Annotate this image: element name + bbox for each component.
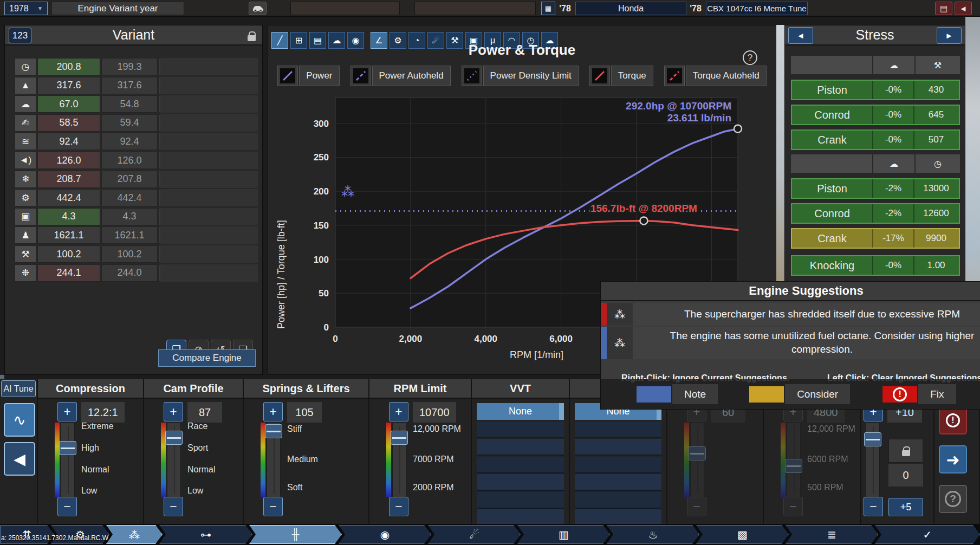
version-text: a: 250320.35141.7302.Manual.RC.W <box>1 534 108 542</box>
svg-text:200: 200 <box>314 186 329 197</box>
slider-track[interactable] <box>392 423 406 497</box>
empty-field-2[interactable] <box>414 2 536 15</box>
option-row[interactable] <box>575 492 661 509</box>
stat-alt-value: 59.4 <box>101 114 158 132</box>
report-button[interactable]: ▤ <box>935 2 952 15</box>
top-end-tab[interactable]: ╫ <box>249 525 342 544</box>
slider-track[interactable] <box>267 423 281 497</box>
stat-value: 58.5 <box>37 114 100 132</box>
vibration-icon: ≋ <box>15 133 36 150</box>
decrease-button[interactable]: − <box>783 497 803 516</box>
decrease-button[interactable]: − <box>57 497 77 516</box>
slider-handle[interactable] <box>785 459 802 473</box>
tuning-column-cam-profile: Cam Profile+87RaceSportNormalLow− <box>144 379 244 524</box>
stress-header-row: ☁◷ <box>791 154 960 173</box>
car-button[interactable] <box>249 2 267 15</box>
slider-handle[interactable] <box>689 446 706 460</box>
trim-name-field[interactable]: CBX 1047cc I6 Meme Tune <box>706 2 808 15</box>
slider-label: 2000 RPM <box>413 483 454 492</box>
warning-button[interactable]: ! <box>939 406 967 434</box>
designer-step-tabs: ⇈⚙⁂⊶╫◉☄▥♨▩≣✓ <box>0 524 980 545</box>
severity-bar <box>601 327 607 359</box>
back-button[interactable]: ◀ <box>4 442 35 476</box>
numeric-display-toggle[interactable]: 123 <box>9 28 31 43</box>
fuel-system-tab[interactable]: ☄ <box>428 525 521 544</box>
option-row[interactable] <box>575 421 661 438</box>
stat-value: 67.0 <box>37 95 100 113</box>
slider-track[interactable] <box>866 423 880 497</box>
prev-panel-button[interactable]: ◄ <box>788 27 813 44</box>
slider-handle[interactable] <box>265 424 282 438</box>
engine-suggestions-panel[interactable]: Engine Suggestions ⁂The supercharger has… <box>600 281 980 410</box>
slider-handle[interactable] <box>391 431 408 445</box>
tune-tab[interactable]: ⁂ <box>106 525 163 544</box>
compare-engine-button[interactable]: Compare Engine <box>158 349 256 367</box>
increase-button[interactable]: + <box>57 402 77 421</box>
option-selected[interactable]: None <box>477 403 564 420</box>
next-panel-button[interactable]: ► <box>937 27 962 44</box>
decrease-button[interactable]: − <box>263 497 283 516</box>
rpm-icon: ◷ <box>916 154 960 173</box>
svg-text:300: 300 <box>314 119 329 129</box>
fuel-economy-icon: ▣ <box>15 208 36 225</box>
slider-track[interactable] <box>61 423 75 497</box>
stat-value: 317.6 <box>37 77 100 94</box>
suggestion-item[interactable]: ⁂The engine has some unutilized fuel oct… <box>601 327 980 359</box>
increase-button[interactable]: + <box>263 402 283 421</box>
stat-value: 100.2 <box>37 245 100 263</box>
slider-track[interactable] <box>787 423 801 497</box>
stat-value: 200.8 <box>37 58 100 75</box>
stress-pct-value: -0% <box>872 131 913 149</box>
model-name-field[interactable]: Honda <box>575 2 686 15</box>
option-row[interactable] <box>575 439 661 456</box>
stat-alt-value: 126.0 <box>101 152 158 169</box>
decrease-button[interactable]: − <box>864 497 883 516</box>
option-row[interactable] <box>477 492 564 509</box>
increase-button[interactable]: + <box>164 402 183 421</box>
done-tab[interactable]: ✓ <box>875 525 980 544</box>
increase-button[interactable]: + <box>389 402 408 421</box>
stress-limit-value: 507 <box>913 131 958 149</box>
bottom-end-tab[interactable]: ⊶ <box>159 525 252 544</box>
strength-icon: ⚒ <box>916 56 960 74</box>
slider-track[interactable] <box>167 423 181 497</box>
unlock-button[interactable] <box>888 439 923 463</box>
stress-part-label: Conrod <box>792 204 872 223</box>
slider-handle[interactable] <box>59 441 76 455</box>
dyno-tab[interactable]: ≣ <box>786 525 878 544</box>
stress-row: Crank-0%507 <box>791 129 960 150</box>
slider-handle[interactable] <box>165 431 183 445</box>
engine-year-value: 1978 <box>9 4 29 14</box>
ai-tune-graph-button[interactable]: ∿ <box>4 403 35 437</box>
decrease-button[interactable]: − <box>687 497 706 516</box>
fuel-pump-tab[interactable]: ▥ <box>517 525 610 544</box>
empty-cell <box>160 208 258 226</box>
slider-label: Sport <box>187 443 208 453</box>
option-row[interactable] <box>477 474 564 491</box>
option-row[interactable] <box>477 421 564 438</box>
step-button[interactable]: +5 <box>888 498 923 516</box>
slider-handle[interactable] <box>864 432 881 446</box>
suggestions-titlebar: Engine Suggestions <box>601 282 980 301</box>
decrease-button[interactable]: − <box>164 497 183 516</box>
help-button[interactable]: ? <box>939 485 967 513</box>
suggestion-item[interactable]: ⁂The supercharger has shredded itself du… <box>601 303 980 326</box>
decrease-button[interactable]: − <box>389 497 408 516</box>
exhaust-tab[interactable]: ♨ <box>607 525 699 544</box>
slider-track[interactable] <box>690 423 704 497</box>
testing-tab[interactable]: ▩ <box>696 525 789 544</box>
engine-year-dropdown[interactable]: 1978 ▼ <box>4 2 48 15</box>
engine-year-label: Engine Variant year <box>51 2 184 15</box>
fix-severity-swatch: ! <box>882 386 917 403</box>
next-button[interactable]: ➜ <box>939 445 967 473</box>
aspiration-tab[interactable]: ◉ <box>339 525 431 544</box>
option-row[interactable] <box>575 474 661 491</box>
back-button[interactable]: ◄ <box>955 2 972 15</box>
option-row[interactable] <box>575 457 661 473</box>
empty-field-1[interactable] <box>290 2 400 15</box>
option-row[interactable] <box>477 457 564 473</box>
option-row[interactable] <box>477 439 564 456</box>
stress-part-label: Piston <box>792 179 872 198</box>
slider-label: Normal <box>81 465 109 475</box>
smoothness-icon: ✍ <box>15 114 36 132</box>
